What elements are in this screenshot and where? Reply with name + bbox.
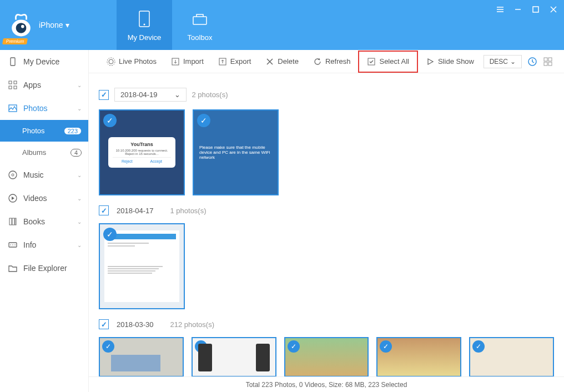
grid-view-icon[interactable]: [543, 57, 553, 67]
svg-point-23: [109, 59, 113, 64]
maximize-icon[interactable]: [530, 3, 542, 16]
check-icon: ✓: [472, 340, 485, 353]
import-icon: [171, 57, 180, 66]
svg-point-1: [16, 23, 27, 33]
device-selector[interactable]: iPhone ▾: [39, 21, 69, 29]
check-icon: ✓: [288, 340, 300, 353]
photo-count: 1 photos(s): [170, 207, 207, 215]
export-icon: [218, 57, 227, 66]
chevron-down-icon: ⌄: [510, 58, 516, 66]
photos-icon: [8, 103, 18, 113]
minimize-icon[interactable]: [512, 3, 524, 16]
chevron-down-icon: ⌄: [77, 82, 82, 88]
chevron-down-icon: ⌄: [77, 219, 82, 225]
device-icon: [8, 57, 18, 67]
app-logo: Premium: [6, 8, 39, 42]
svg-rect-30: [548, 58, 552, 61]
sidebar-label: Books: [23, 217, 45, 226]
photo-thumbnail[interactable]: ✓: [376, 337, 461, 376]
tab-label: My Device: [128, 33, 162, 42]
clock-icon[interactable]: [527, 57, 537, 67]
live-photos-button[interactable]: Live Photos: [100, 54, 163, 69]
sidebar-item-videos[interactable]: Videos ⌄: [0, 187, 88, 210]
menu-icon[interactable]: [494, 3, 506, 16]
refresh-button[interactable]: Refresh: [306, 54, 357, 69]
toolbox-icon: [190, 9, 210, 29]
photo-grid: ✓ YouTrans 10.10.200.200 requests to con…: [99, 109, 554, 195]
music-icon: [8, 170, 18, 180]
date-group-header: 2018-03-30 212 photos(s): [99, 319, 554, 329]
photo-thumbnail[interactable]: ✓: [192, 337, 276, 376]
import-button[interactable]: Import: [164, 54, 210, 69]
check-icon: ✓: [103, 228, 117, 241]
status-text: Total 223 Photos, 0 Videos, Size: 68 MB,…: [246, 381, 407, 389]
sidebar-label: Photos: [22, 127, 44, 135]
titlebar: Premium iPhone ▾ My Device Toolbox: [0, 0, 564, 50]
date-selector[interactable]: 2018-04-19 ⌄: [114, 88, 187, 102]
check-icon: ✓: [103, 114, 117, 127]
photo-thumbnail[interactable]: ✓: [99, 337, 184, 376]
sidebar-item-apps[interactable]: Apps ⌄: [0, 73, 88, 97]
delete-button[interactable]: Delete: [259, 54, 305, 69]
photo-content: 2018-04-19 ⌄ 2 photos(s) ✓ YouTrans 10.1…: [89, 73, 564, 376]
photo-grid: ✓: [99, 223, 554, 309]
refresh-icon: [313, 57, 322, 66]
toolbar: Live Photos Import Export Delete Refresh…: [89, 50, 564, 73]
status-bar: Total 223 Photos, 0 Videos, Size: 68 MB,…: [89, 376, 564, 392]
date-group-header: 2018-04-17 1 photos(s): [99, 205, 554, 215]
photo-thumbnail[interactable]: ✓ Please make sure that the mobile devic…: [193, 109, 279, 195]
photo-count: 2 photos(s): [192, 91, 228, 99]
chevron-down-icon: ⌄: [77, 172, 82, 178]
svg-rect-18: [15, 218, 16, 225]
photo-thumbnail[interactable]: ✓: [99, 223, 185, 309]
sidebar-item-info[interactable]: Info ⌄: [0, 233, 88, 257]
sidebar-label: Photos: [23, 104, 48, 113]
photo-thumbnail[interactable]: ✓: [469, 337, 554, 376]
sidebar-label: My Device: [23, 57, 59, 66]
sidebar-item-file-explorer[interactable]: File Explorer: [0, 257, 88, 280]
svg-rect-16: [9, 218, 12, 225]
logo-area: Premium iPhone ▾: [0, 0, 117, 42]
photo-count: 212 photos(s): [170, 320, 215, 329]
sidebar-item-my-device[interactable]: My Device: [0, 50, 88, 73]
date-label: 2018-04-17: [117, 207, 154, 215]
toolbar-right: DESC ⌄: [484, 55, 553, 68]
close-icon[interactable]: [547, 3, 560, 16]
window-controls: [494, 3, 560, 16]
tablet-icon: [134, 9, 154, 29]
group-checkbox[interactable]: [99, 319, 109, 329]
apps-icon: [8, 80, 18, 90]
tab-my-device[interactable]: My Device: [117, 0, 172, 50]
sidebar-label: Info: [23, 240, 36, 249]
sidebar-subitem-photos[interactable]: Photos 223: [0, 120, 88, 142]
svg-point-21: [12, 244, 13, 245]
chevron-down-icon: ▾: [66, 21, 69, 29]
sidebar-item-photos[interactable]: Photos ⌄: [0, 97, 88, 120]
live-icon: [107, 57, 115, 66]
sort-button[interactable]: DESC ⌄: [484, 55, 522, 68]
books-icon: [8, 217, 18, 227]
svg-rect-29: [544, 58, 547, 61]
group-checkbox[interactable]: [99, 205, 109, 215]
svg-point-4: [144, 23, 145, 25]
slideshow-button[interactable]: Slide Show: [419, 54, 481, 69]
svg-rect-10: [9, 86, 12, 89]
date-group-header: 2018-04-19 ⌄ 2 photos(s): [99, 88, 554, 102]
select-all-icon: [367, 57, 376, 66]
folder-icon: [8, 263, 18, 273]
tab-toolbox[interactable]: Toolbox: [172, 0, 228, 50]
svg-point-13: [9, 171, 17, 179]
photo-thumbnail[interactable]: ✓: [284, 337, 369, 376]
sidebar-item-music[interactable]: Music ⌄: [0, 163, 88, 187]
count-badge: 4: [70, 149, 82, 157]
svg-rect-31: [544, 62, 547, 66]
export-button[interactable]: Export: [212, 54, 258, 69]
sidebar-label: Videos: [23, 194, 47, 203]
sidebar-item-books[interactable]: Books ⌄: [0, 210, 88, 233]
group-checkbox[interactable]: [99, 90, 109, 100]
check-icon: ✓: [102, 340, 114, 353]
device-label: iPhone: [39, 21, 63, 29]
sidebar-subitem-albums[interactable]: Albums 4: [0, 142, 88, 163]
photo-thumbnail[interactable]: ✓ YouTrans 10.10.200.200 requests to con…: [99, 109, 185, 195]
select-all-button[interactable]: Select All: [358, 51, 417, 73]
